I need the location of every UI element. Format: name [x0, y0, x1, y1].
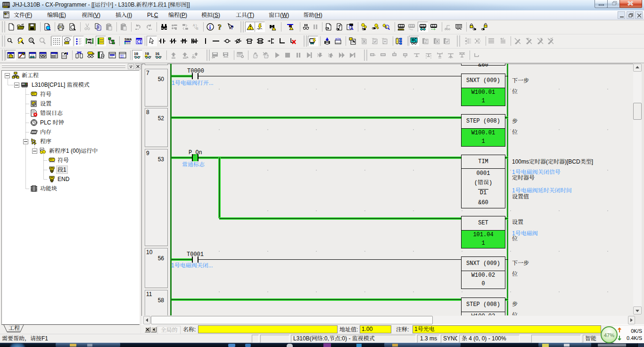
svg-text:10: 10 — [145, 51, 149, 56]
svg-text:HC: HC — [412, 38, 417, 42]
svg-text:10: 10 — [134, 51, 139, 56]
svg-text:CI: CI — [137, 40, 142, 44]
svg-text:SMA: SMA — [124, 38, 132, 41]
svg-text:?: ? — [231, 24, 234, 31]
svg-text:w: w — [66, 38, 68, 41]
svg-text:A: A — [193, 24, 195, 27]
svg-text:16: 16 — [155, 51, 160, 56]
svg-text:002: 002 — [120, 56, 124, 58]
svg-text:?: ? — [218, 23, 222, 31]
svg-text:B: B — [196, 27, 198, 30]
